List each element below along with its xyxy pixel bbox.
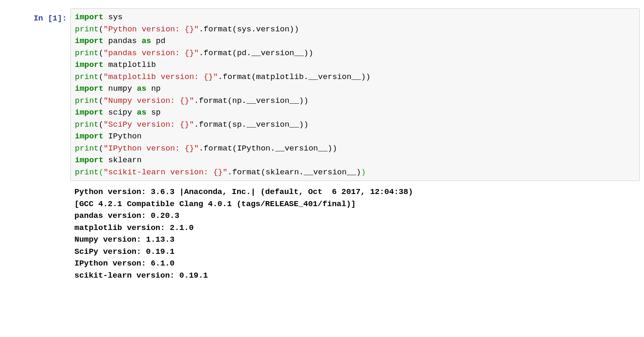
string-literal: "matplotlib version: {}" (103, 72, 218, 82)
code-line-8: print("Numpy version: {}".format(np.__ve… (75, 95, 635, 107)
keyword-import: import (75, 13, 103, 22)
code-line-11: import IPython (75, 130, 635, 143)
keyword-import: import (75, 108, 103, 117)
builtin-print: print (75, 72, 99, 82)
keyword-as: as (142, 36, 151, 46)
code-input-area[interactable]: import sys print("Python version: {}".fo… (70, 8, 640, 181)
module-name: matplotlib (103, 60, 156, 69)
output-line: Numpy version: 1.13.3 (74, 234, 636, 246)
paren: ( (99, 120, 103, 129)
keyword-import: import (75, 36, 103, 46)
code-line-13: import sklearn (75, 154, 635, 166)
code-line-12: print("IPython verson: {}".format(IPytho… (75, 143, 635, 155)
code-line-9: import scipy as sp (75, 107, 635, 119)
code-line-1: import sys (75, 11, 635, 23)
call-tail: .format(IPython.__version__)) (199, 144, 337, 153)
paren: ( (99, 72, 103, 82)
string-literal: "pandas version: {}" (103, 49, 199, 58)
module-name: sklearn (103, 156, 141, 165)
code-line-14: print("scikit-learn version: {}".format(… (75, 166, 635, 179)
output-line: SciPy version: 0.19.1 (74, 246, 636, 258)
output-area: Python version: 3.6.3 |Anaconda, Inc.| (… (70, 181, 640, 281)
prompt-close-bracket: ]: (57, 14, 67, 23)
paren: ( (99, 144, 103, 153)
module-name: IPython (103, 132, 141, 141)
alias-name: sp (146, 108, 161, 117)
string-literal: "IPython verson: {}" (103, 144, 199, 153)
call-tail: .format(np.__version__)) (194, 96, 309, 105)
output-line: pandas version: 0.20.3 (74, 210, 636, 222)
call-tail: .format(sys.version)) (199, 25, 299, 34)
keyword-import: import (75, 156, 103, 165)
output-line: Python version: 3.6.3 |Anaconda, Inc.| (… (74, 186, 636, 198)
call-tail: .format(matplotlib.__version__)) (218, 72, 371, 82)
builtin-print: print (75, 144, 99, 153)
builtin-print: print (75, 168, 99, 177)
module-name: sys (103, 13, 123, 22)
string-literal: "Numpy version: {}" (103, 96, 194, 105)
alias-name: pd (151, 36, 165, 46)
module-name: numpy (103, 84, 137, 93)
output-line: IPython verson: 6.1.0 (74, 258, 636, 270)
prompt-open-bracket: [ (48, 14, 52, 23)
builtin-print: print (75, 96, 99, 105)
keyword-as: as (137, 108, 146, 117)
output-line: matplotlib version: 2.1.0 (74, 222, 636, 234)
string-literal: "Python version: {}" (103, 25, 199, 34)
string-literal: "SciPy version: {}" (103, 120, 194, 129)
keyword-import: import (75, 84, 103, 93)
code-line-10: print("SciPy version: {}".format(sp.__ve… (75, 119, 635, 131)
prompt-prefix: In (33, 14, 48, 23)
keyword-as: as (137, 84, 146, 93)
code-line-7: import numpy as np (75, 83, 635, 95)
paren-highlight-open: ( (99, 168, 103, 177)
alias-name: np (146, 84, 161, 93)
prompt-number: 1 (53, 14, 57, 23)
output-line: scikit-learn version: 0.19.1 (74, 270, 636, 282)
code-line-5: import matplotlib (75, 59, 635, 71)
builtin-print: print (75, 25, 99, 34)
call-tail: .format(pd.__version__)) (199, 49, 313, 58)
paren: ( (99, 25, 103, 34)
builtin-print: print (75, 120, 99, 129)
code-line-3: import pandas as pd (75, 35, 635, 47)
call-tail: .format(sp.__version__)) (194, 120, 309, 129)
paren: ( (99, 96, 103, 105)
string-literal: "scikit-learn version: {}" (103, 168, 227, 177)
input-prompt: In [1]: (4, 8, 70, 25)
output-line: [GCC 4.2.1 Compatible Clang 4.0.1 (tags/… (74, 198, 636, 210)
call-tail: .format(sklearn.__version__) (227, 168, 361, 177)
notebook-cell: In [1]: import sys print("Python version… (4, 8, 640, 181)
module-name: scipy (103, 108, 137, 117)
builtin-print: print (75, 49, 99, 58)
keyword-import: import (75, 60, 103, 69)
paren: ( (99, 49, 103, 58)
paren-highlight-close: ) (361, 168, 365, 177)
code-line-6: print("matplotlib version: {}".format(ma… (75, 71, 635, 83)
module-name: pandas (103, 36, 141, 46)
code-line-4: print("pandas version: {}".format(pd.__v… (75, 47, 635, 59)
keyword-import: import (75, 132, 103, 141)
code-line-2: print("Python version: {}".format(sys.ve… (75, 23, 635, 36)
